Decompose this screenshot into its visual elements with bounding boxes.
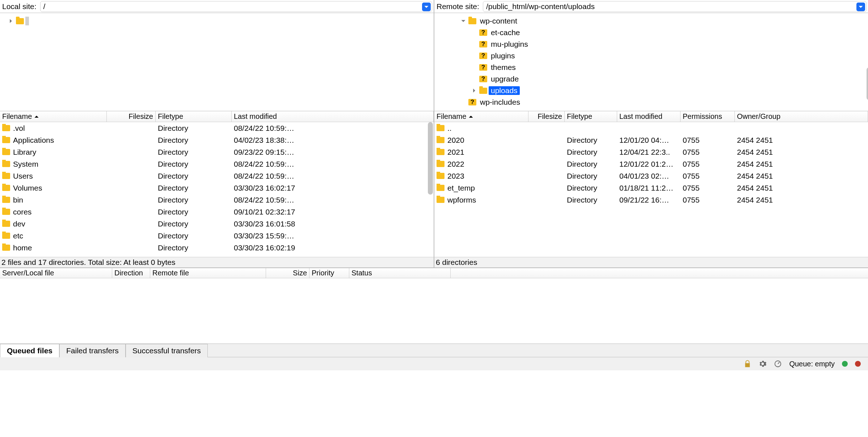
tree-row[interactable] (0, 15, 434, 27)
file-name: Library (13, 148, 36, 157)
file-name: .vol (13, 124, 25, 133)
tree-label: wp-content (478, 17, 519, 25)
file-permissions: 0755 (681, 160, 735, 168)
col-owner[interactable]: Owner/Group (735, 111, 868, 122)
file-permissions: 0755 (681, 148, 735, 157)
lock-icon[interactable] (743, 360, 751, 368)
file-row[interactable]: .. (434, 122, 868, 134)
file-permissions: 0755 (681, 136, 735, 145)
file-row[interactable]: wpformsDirectory09/21/22 16:…07552454 24… (434, 194, 868, 206)
file-row[interactable]: coresDirectory09/10/21 02:32:17 (0, 206, 434, 218)
col-direction[interactable]: Direction (112, 268, 150, 278)
queue-list[interactable] (0, 278, 868, 344)
file-row[interactable]: etcDirectory03/30/23 15:59:… (0, 230, 434, 242)
scrollbar-thumb[interactable] (428, 122, 433, 195)
col-size[interactable]: Size (266, 268, 309, 278)
file-modified: 09/23/22 09:15:… (232, 148, 434, 157)
file-row[interactable]: .volDirectory08/24/22 10:59:… (0, 122, 434, 134)
tree-row[interactable]: ?wp-includes (434, 96, 868, 108)
file-name: 2020 (447, 136, 464, 145)
tree-row[interactable]: wp-content (434, 15, 868, 27)
file-name: etc (13, 232, 23, 240)
col-server-local[interactable]: Server/Local file (0, 268, 112, 278)
tab-queued-files[interactable]: Queued files (0, 344, 59, 357)
col-filetype[interactable]: Filetype (565, 111, 617, 122)
file-row[interactable]: devDirectory03/30/23 16:01:58 (0, 218, 434, 230)
file-row[interactable]: UsersDirectory08/24/22 10:59:… (0, 170, 434, 182)
file-row[interactable]: 2022Directory12/01/22 01:2…07552454 2451 (434, 158, 868, 170)
file-owner: 2454 2451 (735, 136, 868, 145)
file-type: Directory (156, 232, 232, 240)
col-status[interactable]: Status (349, 268, 451, 278)
file-row[interactable]: 2020Directory12/01/20 04:…07552454 2451 (434, 134, 868, 146)
remote-pathbar: Remote site: /public_html/wp-content/upl… (434, 0, 868, 13)
tree-row[interactable]: ?et-cache (434, 27, 868, 38)
col-filesize[interactable]: Filesize (107, 111, 156, 122)
tree-row[interactable]: ?themes (434, 62, 868, 73)
file-type: Directory (565, 172, 617, 180)
file-row[interactable]: ApplicationsDirectory04/02/23 18:38:… (0, 134, 434, 146)
local-list-header[interactable]: Filename Filesize Filetype Last modified (0, 111, 434, 122)
file-type: Directory (565, 136, 617, 145)
local-file-list[interactable]: .volDirectory08/24/22 10:59:…Application… (0, 122, 434, 257)
folder-icon (437, 173, 444, 179)
queue-header[interactable]: Server/Local file Direction Remote file … (0, 268, 868, 278)
scrollbar-thumb[interactable] (867, 67, 868, 100)
remote-file-list[interactable]: ..2020Directory12/01/20 04:…07552454 245… (434, 122, 868, 257)
tree-row[interactable]: ?mu-plugins (434, 38, 868, 50)
folder-icon (2, 173, 10, 179)
col-remote-file[interactable]: Remote file (150, 268, 266, 278)
tab-successful-transfers[interactable]: Successful transfers (126, 344, 208, 357)
file-row[interactable]: binDirectory08/24/22 10:59:… (0, 194, 434, 206)
local-site-label: Local site: (1, 2, 37, 11)
file-row[interactable]: et_tempDirectory01/18/21 11:2…07552454 2… (434, 182, 868, 194)
col-priority[interactable]: Priority (309, 268, 349, 278)
speed-limit-icon[interactable] (774, 360, 782, 368)
col-filename[interactable]: Filename (434, 111, 528, 122)
folder-icon (437, 185, 444, 191)
folder-icon (2, 245, 10, 251)
tree-row[interactable]: ?plugins (434, 50, 868, 62)
file-row[interactable]: VolumesDirectory03/30/23 16:02:17 (0, 182, 434, 194)
chevron-right-icon[interactable] (7, 18, 14, 24)
file-row[interactable]: LibraryDirectory09/23/22 09:15:… (0, 146, 434, 158)
gear-icon[interactable] (759, 360, 767, 368)
col-filesize[interactable]: Filesize (528, 111, 565, 122)
tree-label: wp-includes (478, 98, 522, 107)
queue-status-text: Queue: empty (789, 360, 835, 368)
dropdown-icon[interactable] (856, 3, 865, 11)
col-filetype[interactable]: Filetype (156, 111, 232, 122)
file-type: Directory (565, 184, 617, 192)
folder-unknown-icon: ? (479, 41, 487, 47)
local-path-input[interactable]: / (40, 1, 432, 12)
file-modified: 04/01/23 02:… (617, 172, 681, 180)
folder-unknown-icon: ? (479, 64, 487, 71)
file-row[interactable]: 2023Directory04/01/23 02:…07552454 2451 (434, 170, 868, 182)
tree-row[interactable]: uploads (434, 85, 868, 96)
local-panel: Local site: / Filename Filesize Filetype… (0, 0, 434, 268)
remote-path-value: /public_html/wp-content/uploads (486, 2, 595, 11)
chevron-right-icon[interactable] (471, 88, 478, 93)
file-row[interactable]: 2021Directory12/04/21 22:3..07552454 245… (434, 146, 868, 158)
tab-failed-transfers[interactable]: Failed transfers (59, 344, 126, 357)
file-row[interactable]: SystemDirectory08/24/22 10:59:… (0, 158, 434, 170)
col-filename[interactable]: Filename (0, 111, 107, 122)
col-permissions[interactable]: Permissions (681, 111, 735, 122)
tree-label: et-cache (489, 28, 522, 37)
col-lastmod[interactable]: Last modified (617, 111, 681, 122)
remote-list-header[interactable]: Filename Filesize Filetype Last modified… (434, 111, 868, 122)
col-lastmod[interactable]: Last modified (232, 111, 434, 122)
chevron-down-icon[interactable] (460, 18, 467, 24)
file-type: Directory (156, 184, 232, 192)
tree-row[interactable]: ?upgrade (434, 73, 868, 85)
folder-unknown-icon: ? (468, 99, 476, 105)
file-name: bin (13, 196, 23, 204)
remote-tree[interactable]: wp-content?et-cache?mu-plugins?plugins?t… (434, 13, 868, 111)
dropdown-icon[interactable] (422, 3, 431, 11)
remote-path-input[interactable]: /public_html/wp-content/uploads (483, 1, 867, 12)
file-row[interactable]: homeDirectory03/30/23 16:02:19 (0, 242, 434, 254)
local-tree[interactable] (0, 13, 434, 111)
remote-site-label: Remote site: (436, 2, 479, 11)
file-type: Directory (565, 148, 617, 157)
folder-icon (2, 137, 10, 143)
